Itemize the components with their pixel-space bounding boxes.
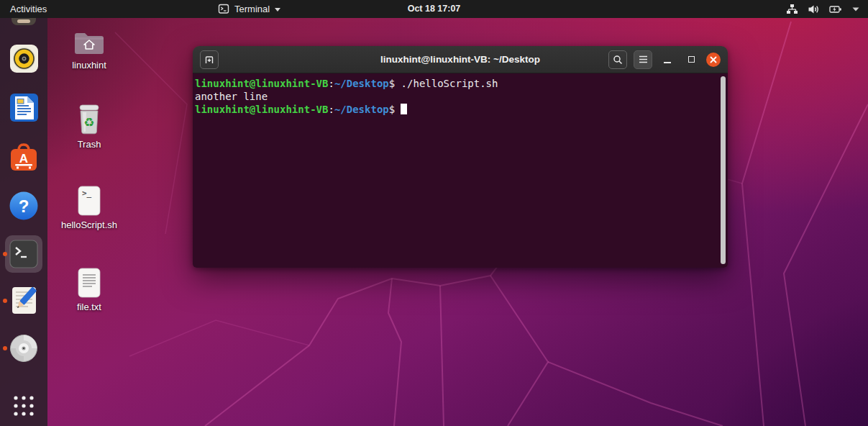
terminal-cursor: [401, 104, 407, 114]
prompt-dollar: $: [389, 104, 395, 115]
trash-icon: ♻: [75, 104, 104, 135]
prompt-path: ~/Desktop: [334, 78, 389, 89]
terminal-line-prompt-2: linuxhint@linuxhint-VB:~/Desktop$: [195, 103, 716, 116]
dock-item-libreoffice-writer[interactable]: [0, 93, 47, 122]
search-icon: [613, 55, 623, 65]
shell-script-icon: >_: [76, 186, 102, 216]
dropdown-arrow-icon: [852, 7, 859, 12]
prompt-user: linuxhint@linuxhint-VB: [195, 104, 328, 115]
desktop-icon-helloscript[interactable]: >_ helloScript.sh: [50, 186, 129, 230]
running-indicator: [3, 299, 7, 303]
desktop-icon-label: file.txt: [50, 302, 129, 312]
ubuntu-desktop: Activities Terminal Oct 18 17:07: [0, 0, 868, 426]
ubuntu-software-icon: A: [9, 142, 39, 173]
prompt-separator: :: [328, 104, 334, 115]
svg-text:?: ?: [19, 196, 29, 216]
new-tab-icon: [204, 55, 214, 65]
disc-icon: [9, 333, 39, 363]
battery-charging-icon: [829, 4, 843, 15]
hamburger-menu-icon: [639, 55, 648, 63]
minimize-button[interactable]: [659, 51, 676, 68]
desktop-icon-label: linuxhint: [50, 60, 129, 71]
maximize-button[interactable]: [682, 51, 700, 68]
home-folder-icon: [73, 29, 106, 56]
clock[interactable]: Oct 18 17:07: [0, 0, 868, 18]
desktop-icon-trash[interactable]: ♻ Trash: [50, 104, 129, 150]
desktop-icon-filetxt[interactable]: file.txt: [50, 268, 129, 312]
dock-item-terminal[interactable]: [0, 235, 47, 273]
svg-text:♻: ♻: [83, 115, 94, 130]
desktop-icon-linuxhint[interactable]: linuxhint: [50, 29, 129, 71]
dock-item-help[interactable]: ?: [0, 191, 47, 221]
system-tray[interactable]: [786, 0, 859, 18]
new-tab-button[interactable]: [200, 50, 219, 69]
dock: A ?: [0, 18, 47, 426]
running-indicator: [3, 252, 7, 256]
terminal-icon: [9, 240, 38, 268]
rhythmbox-icon: [9, 44, 39, 73]
show-apps-icon: [10, 392, 37, 420]
svg-text:>_: >_: [82, 189, 92, 198]
prompt-dollar: $: [389, 78, 395, 89]
text-file-icon: [76, 268, 102, 298]
dock-item-disc[interactable]: [0, 333, 47, 363]
command-text: ./helloScript.sh: [395, 78, 498, 89]
terminal-content[interactable]: linuxhint@linuxhint-VB:~/Desktop$ ./hell…: [193, 73, 728, 268]
running-indicator: [3, 346, 7, 350]
top-bar: Activities Terminal Oct 18 17:07: [0, 0, 868, 18]
menu-button[interactable]: [634, 50, 652, 69]
active-app-tile: [5, 235, 42, 273]
terminal-scrollbar[interactable]: [721, 76, 726, 264]
terminal-titlebar[interactable]: linuxhint@linuxhint-VB: ~/Desktop: [193, 46, 728, 73]
help-icon: ?: [9, 191, 39, 221]
libreoffice-writer-icon: [9, 93, 39, 122]
prompt-path: ~/Desktop: [334, 104, 389, 115]
svg-text:A: A: [19, 152, 28, 166]
network-wired-icon: [786, 4, 798, 15]
volume-icon: [808, 4, 820, 15]
dock-item-ubuntu-software[interactable]: A: [0, 142, 47, 173]
desktop-icon-label: helloScript.sh: [50, 219, 129, 230]
minimize-icon: [664, 62, 671, 63]
close-button[interactable]: [706, 53, 721, 67]
prompt-separator: :: [328, 78, 334, 89]
dock-item-text-editor[interactable]: [0, 286, 47, 315]
text-editor-icon: [9, 286, 39, 315]
desktop-icon-label: Trash: [50, 139, 129, 150]
search-button[interactable]: [608, 50, 627, 69]
prompt-user: linuxhint@linuxhint-VB: [195, 78, 328, 89]
terminal-window: linuxhint@linuxhint-VB: ~/Desktop: [193, 46, 728, 268]
terminal-line-output: another line: [195, 90, 716, 103]
terminal-line-prompt-1: linuxhint@linuxhint-VB:~/Desktop$ ./hell…: [195, 77, 716, 90]
close-icon: [710, 56, 717, 63]
dock-item-show-applications[interactable]: [0, 392, 47, 420]
output-text: another line: [195, 91, 268, 102]
maximize-icon: [688, 56, 695, 63]
dock-item-rhythmbox[interactable]: [0, 44, 47, 73]
